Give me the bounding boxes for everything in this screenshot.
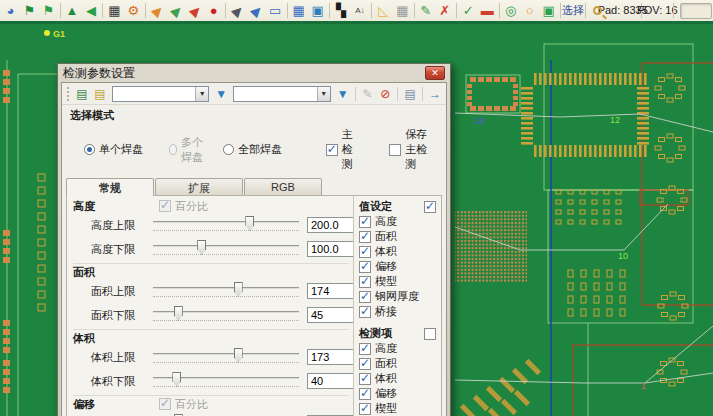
rgb-combo[interactable]: ▼	[233, 86, 330, 102]
checklist-item-桥接[interactable]: 桥接	[359, 304, 438, 319]
slider-thumb[interactable]	[197, 240, 206, 255]
mode-radio-1[interactable]: 单个焊盘	[70, 142, 155, 157]
tab-RGB[interactable]: RGB	[244, 178, 322, 195]
edit-icon[interactable]: ✎	[416, 1, 435, 20]
slider-thumb[interactable]	[245, 216, 254, 231]
mode-radio-3[interactable]: 全部焊盘	[209, 142, 300, 157]
square-target-icon[interactable]: ▣	[539, 1, 558, 20]
save-icon[interactable]: ▤	[401, 85, 419, 103]
minus-icon[interactable]: ▬	[478, 1, 497, 20]
template-combo-dropdown-arrow[interactable]: ▼	[195, 87, 208, 101]
pin-orange-icon[interactable]: ▶	[147, 1, 166, 20]
pin-green-icon[interactable]: ▶	[166, 1, 185, 20]
item-checkbox[interactable]	[359, 306, 371, 318]
checklist-item-面积[interactable]: 面积	[359, 229, 438, 244]
slider-thumb[interactable]	[234, 282, 243, 297]
status-field[interactable]	[680, 3, 712, 19]
select-button[interactable]: 选择	[562, 1, 583, 20]
radio-indicator[interactable]	[84, 144, 95, 155]
mode-check-2[interactable]: 保存主检测	[389, 127, 438, 172]
item-checkbox[interactable]	[359, 246, 371, 258]
value-input-体积下限[interactable]	[307, 373, 353, 389]
slider-ticks	[153, 362, 299, 363]
apply-rgb-icon[interactable]: ▼	[334, 85, 352, 103]
checkbox-indicator[interactable]	[389, 144, 401, 156]
checklist-item-体积[interactable]: 体积	[359, 371, 438, 386]
item-checkbox[interactable]	[359, 261, 371, 273]
tiles-icon[interactable]: ▚	[331, 1, 350, 20]
edit-disabled-icon[interactable]: ✎	[358, 85, 376, 103]
item-checkbox[interactable]	[359, 343, 371, 355]
item-checkbox[interactable]	[359, 373, 371, 385]
value-input-高度上限[interactable]	[307, 217, 353, 233]
dialog-body: ▤▤▼▼▼▼✎⊘▤→ 选择模式 单个焊盘多个焊盘全部焊盘主检测保存主检测 常规扩…	[61, 82, 447, 416]
prism-icon[interactable]: ▲	[62, 1, 81, 20]
section-master-checkbox[interactable]	[424, 328, 436, 340]
template-combo[interactable]: ▼	[112, 86, 209, 102]
checklist-item-偏移[interactable]: 偏移	[359, 386, 438, 401]
section-master-checkbox[interactable]	[424, 201, 436, 213]
checkbox-indicator[interactable]	[326, 144, 338, 156]
horn-icon[interactable]: ◀	[81, 1, 100, 20]
check-icon[interactable]: ✓	[459, 1, 478, 20]
item-checkbox[interactable]	[359, 216, 371, 228]
rgb-combo-dropdown-arrow[interactable]: ▼	[317, 87, 330, 101]
tab-常规[interactable]: 常规	[66, 178, 154, 196]
camera-icon[interactable]: ▣	[308, 1, 327, 20]
checklist-item-体积[interactable]: 体积	[359, 244, 438, 259]
flag-b-icon[interactable]: ⚑	[39, 1, 58, 20]
slider-thumb[interactable]	[174, 306, 183, 321]
value-input-体积上限[interactable]	[307, 349, 353, 365]
sort-az-icon[interactable]: A↓	[350, 1, 369, 20]
apply-template-icon[interactable]: ▼	[212, 85, 230, 103]
item-checkbox[interactable]	[359, 231, 371, 243]
checklist-item-楔型[interactable]: 楔型	[359, 401, 438, 416]
pad-table-icon[interactable]: ▦	[289, 1, 308, 20]
grid-icon[interactable]: ▦	[393, 1, 412, 20]
slider-高度上限[interactable]	[153, 215, 299, 235]
checklist-item-高度[interactable]: 高度	[359, 341, 438, 356]
slider-thumb[interactable]	[172, 372, 181, 387]
tools-icon[interactable]: ⚙	[124, 1, 143, 20]
flag-a-icon[interactable]: ⚑	[20, 1, 39, 20]
block-icon[interactable]: ⊘	[376, 85, 394, 103]
slider-面积上限[interactable]	[153, 281, 299, 301]
load-template-icon[interactable]: ▤	[91, 85, 109, 103]
mode-check-1[interactable]: 主检测	[326, 127, 360, 172]
map-marker-icon[interactable]: ●	[204, 1, 223, 20]
slider-体积下限[interactable]	[153, 371, 299, 391]
checklist-item-高度[interactable]: 高度	[359, 214, 438, 229]
delete-icon[interactable]: ✗	[435, 1, 454, 20]
item-checkbox[interactable]	[359, 291, 371, 303]
checklist-item-钢网厚度[interactable]: 钢网厚度	[359, 289, 438, 304]
dialog-titlebar[interactable]: 检测参数设置 ✕	[61, 64, 447, 82]
value-input-面积上限[interactable]	[307, 283, 353, 299]
set-square-icon[interactable]: ◺	[374, 1, 393, 20]
slider-面积下限[interactable]	[153, 305, 299, 325]
checklist-item-面积[interactable]: 面积	[359, 356, 438, 371]
save-template-icon[interactable]: ▤	[73, 85, 91, 103]
exit-icon[interactable]: →	[426, 85, 444, 103]
value-input-面积下限[interactable]	[307, 307, 353, 323]
target-circle-icon[interactable]: ◎	[501, 1, 520, 20]
slider-thumb[interactable]	[234, 348, 243, 363]
item-checkbox[interactable]	[359, 388, 371, 400]
checklist-item-偏移[interactable]: 偏移	[359, 259, 438, 274]
history-icon[interactable]: ◕	[1, 1, 20, 20]
circle-icon[interactable]: ○	[520, 1, 539, 20]
item-checkbox[interactable]	[359, 358, 371, 370]
pin-dark-icon[interactable]: ▶	[228, 1, 247, 20]
item-checkbox[interactable]	[359, 403, 371, 415]
slider-高度下限[interactable]	[153, 239, 299, 259]
radio-indicator[interactable]	[223, 144, 234, 155]
slider-体积上限[interactable]	[153, 347, 299, 367]
pin-red-icon[interactable]: ▶	[185, 1, 204, 20]
value-input-高度下限[interactable]	[307, 241, 353, 257]
image-icon[interactable]: ▦	[105, 1, 124, 20]
tab-扩展[interactable]: 扩展	[155, 178, 243, 195]
pin-blue-icon[interactable]: ▶	[247, 1, 266, 20]
item-checkbox[interactable]	[359, 276, 371, 288]
close-button[interactable]: ✕	[425, 66, 445, 80]
checklist-item-楔型[interactable]: 楔型	[359, 274, 438, 289]
rect-select-icon[interactable]: ▭	[266, 1, 285, 20]
